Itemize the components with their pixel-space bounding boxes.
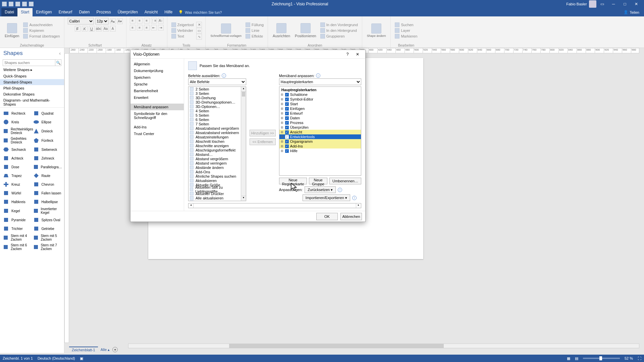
customize-ribbon-combo[interactable]: Hauptregisterkarten (279, 78, 361, 85)
ribbon-tabs-tree[interactable]: Hauptregisterkarten⊞✓Schablone⊞✓Symbol-E… (279, 86, 361, 176)
command-item[interactable]: Absatzeinstellungen (189, 135, 246, 139)
expand-icon[interactable]: ⊞ (281, 102, 284, 106)
tree-tab-item[interactable]: ⊞✓Daten (279, 116, 361, 120)
command-item[interactable]: 3D-Drehungsoptionen… (189, 100, 246, 104)
command-item[interactable]: 4 Seiten (189, 109, 246, 113)
options-category[interactable]: Allgemein (130, 61, 184, 67)
checkbox[interactable]: ✓ (285, 140, 289, 143)
checkbox[interactable]: ✓ (285, 130, 289, 134)
options-category[interactable]: Add-Ins (130, 124, 184, 130)
checkbox[interactable]: ✓ (285, 126, 289, 129)
choose-commands-combo[interactable]: Alle Befehle (188, 78, 246, 85)
command-item[interactable]: 7 Seiten (189, 122, 246, 126)
tree-tab-item[interactable]: ⊞✓Überprüfen (279, 125, 361, 130)
options-category[interactable]: Menüband anpassen (130, 104, 184, 110)
rename-button[interactable]: Umbenennen… (329, 178, 361, 184)
command-item[interactable]: Abschnitt löschen (189, 139, 246, 143)
tree-tab-item[interactable]: ⊞✓Add-Ins (279, 144, 361, 148)
command-item[interactable]: Aktuellen Stift zu Lieblingsstifte… (189, 187, 246, 191)
dialog-hscrollbar[interactable]: ◂▸ (188, 203, 361, 208)
expand-icon[interactable]: ⊞ (281, 121, 284, 124)
command-item[interactable]: Aktualisieren (189, 178, 246, 183)
command-item[interactable]: Abstände ändern (189, 165, 246, 170)
scroll-left-icon[interactable]: ◂ (189, 203, 194, 208)
command-item[interactable]: Abstand verringern (189, 161, 246, 165)
command-item[interactable]: Absatzabstand verkleinern (189, 130, 246, 135)
options-category[interactable]: Erweitert (130, 94, 184, 101)
expand-icon[interactable]: ⊞ (281, 144, 284, 148)
tree-tab-item[interactable]: ⊞✓Entwurf (279, 111, 361, 116)
tree-tab-item[interactable]: ⊞✓Organigramm (279, 139, 361, 144)
commands-list[interactable]: ▴▾ 2 Seiten3 Seiten3D-Drehung3D-Drehungs… (188, 86, 246, 201)
checkbox[interactable]: ✓ (285, 144, 289, 148)
options-category[interactable]: Barrierefreiheit (130, 87, 184, 94)
tree-tab-item[interactable]: ⊞✓Prozess (279, 120, 361, 125)
expand-icon[interactable]: ⊞ (281, 135, 284, 138)
command-item[interactable]: 5 Seiten (189, 113, 246, 117)
checkbox[interactable]: ✓ (285, 149, 289, 153)
command-item[interactable]: Add-Ons (189, 170, 246, 174)
info-icon[interactable]: i (316, 73, 320, 78)
command-item[interactable]: Alle Fenster anordnen (189, 200, 246, 201)
remove-command-button[interactable]: << Entfernen (250, 138, 276, 145)
checkbox[interactable]: ✓ (285, 112, 289, 115)
command-item[interactable]: Abstand vergrößern (189, 157, 246, 161)
checkbox[interactable]: ✓ (285, 116, 289, 120)
scroll-down-icon[interactable]: ▾ (241, 196, 246, 201)
tree-tab-item[interactable]: ⊞✓Einfügen (279, 106, 361, 111)
checkbox[interactable]: ✓ (285, 135, 289, 139)
command-item[interactable]: Abstand… (189, 152, 246, 157)
add-command-button[interactable]: Hinzufügen >> (250, 130, 276, 136)
expand-icon[interactable]: ⊞ (281, 116, 284, 120)
command-item[interactable]: Alle aktualisieren (189, 196, 246, 200)
checkbox[interactable]: ✓ (285, 102, 289, 106)
expand-icon[interactable]: ⊞ (281, 126, 284, 129)
expand-icon[interactable]: ⊞ (281, 112, 284, 115)
command-item[interactable]: 6 Seiten (189, 117, 246, 122)
checkbox[interactable]: ✓ (285, 107, 289, 111)
options-category[interactable]: Dokumentprüfung (130, 67, 184, 74)
options-category[interactable]: Speichern (130, 74, 184, 81)
checkbox[interactable]: ✓ (285, 98, 289, 101)
scroll-thumb[interactable] (242, 92, 245, 97)
info-icon[interactable]: i (338, 188, 342, 192)
expand-icon[interactable]: ⊞ (281, 98, 284, 101)
command-item[interactable]: Ähnliche Shapes suchen (189, 174, 246, 178)
info-icon[interactable]: i (352, 196, 357, 200)
options-category[interactable]: Sprache (130, 81, 184, 87)
command-item[interactable]: 3D-Optionen… (189, 104, 246, 109)
new-group-button[interactable]: Neue Gruppe (309, 178, 327, 184)
command-item[interactable]: Absatzabstand vergrößern (189, 126, 246, 130)
info-icon[interactable]: i (222, 73, 226, 78)
tree-tab-item[interactable]: ⊞✓Symbol-Editor (279, 97, 361, 102)
checkbox[interactable]: ✓ (285, 93, 289, 97)
command-item[interactable]: 3 Seiten (189, 91, 246, 96)
tree-tab-item[interactable]: ⊞✓Schablone (279, 92, 361, 97)
commands-scrollbar[interactable]: ▴▾ (241, 87, 246, 201)
expand-icon[interactable]: ⊞ (281, 107, 284, 110)
cancel-button[interactable]: Abbrechen (340, 213, 362, 220)
scroll-right-icon[interactable]: ▸ (356, 203, 361, 208)
ok-button[interactable]: OK (316, 213, 338, 220)
expand-icon[interactable]: ⊞ (281, 130, 284, 134)
scroll-up-icon[interactable]: ▴ (241, 87, 246, 92)
reset-button[interactable]: Zurücksetzen ▾ (305, 186, 336, 193)
tree-tab-item[interactable]: ⊞✓Start (279, 102, 361, 106)
command-item[interactable]: Abschnitte anzeigen (189, 143, 246, 148)
dialog-close-button[interactable]: ✕ (353, 52, 363, 57)
new-tab-button[interactable]: Neue Registerkarte (279, 178, 307, 184)
options-category[interactable]: Symbolleiste für den Schnellzugriff (130, 110, 184, 121)
import-export-button[interactable]: Importieren/Exportieren ▾ (303, 194, 350, 201)
dialog-help-button[interactable]: ? (342, 52, 353, 57)
tree-tab-item[interactable]: ⊞✓Hilfe (279, 148, 361, 153)
tree-tab-item[interactable]: ⊞✓Ansicht (279, 130, 361, 134)
tree-tab-item[interactable]: ⊞✓Entwicklertools (279, 134, 361, 139)
command-item[interactable]: 3D-Drehung (189, 96, 246, 100)
command-item[interactable]: Abschrägungsformeffekt (189, 148, 246, 152)
expand-icon[interactable]: ⊞ (281, 93, 284, 96)
expand-icon[interactable]: ⊞ (281, 140, 284, 143)
expand-icon[interactable]: ⊞ (281, 149, 284, 153)
options-category[interactable]: Trust Center (130, 130, 184, 137)
checkbox[interactable]: ✓ (285, 121, 289, 125)
command-item[interactable]: 2 Seiten (189, 87, 246, 91)
